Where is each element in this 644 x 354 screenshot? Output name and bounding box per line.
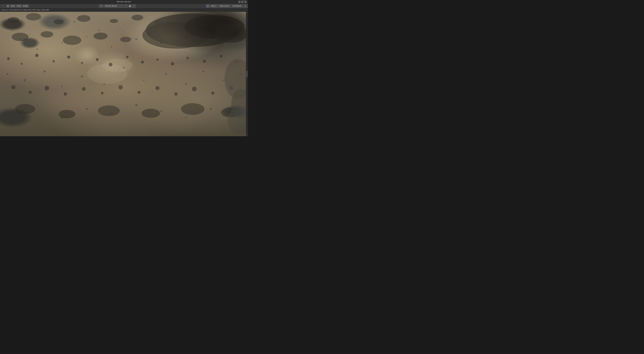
globe-icon: [206, 5, 209, 7]
combined-chevron: ▾: [242, 5, 242, 7]
image-menu-btn[interactable]: Image: [22, 4, 29, 8]
svg-point-3: [214, 24, 248, 43]
slot-selector[interactable]: Slot 1 ▾: [210, 4, 218, 8]
view-menu-btn[interactable]: View: [10, 4, 16, 8]
svg-point-4: [8, 17, 19, 23]
pin-icon: ♡: [125, 5, 127, 7]
render-canvas: ▲ ▼: [0, 12, 248, 136]
world-settings-button[interactable]: [206, 4, 210, 8]
combined-label: Combined: [232, 5, 241, 7]
toolbar-center: 🎬 ▾ Render Result ♡ 💾 ✕: [29, 4, 206, 8]
svg-point-37: [64, 92, 67, 96]
svg-point-30: [186, 57, 189, 59]
scroll-track: [246, 14, 248, 134]
expand-icon: ⇔: [245, 5, 246, 7]
editor-mode-selector[interactable]: ⬡ ▾: [1, 4, 6, 8]
window-title: Blender Render: [117, 1, 131, 3]
render-result-name: Render Result: [104, 4, 124, 8]
close-render-button[interactable]: ✕: [132, 4, 136, 8]
svg-point-48: [59, 110, 76, 118]
svg-point-47: [15, 104, 35, 114]
close-icon: ✕: [133, 5, 135, 7]
maximize-button[interactable]: □: [241, 1, 244, 3]
render-status-text: Frame:1 | Time:00:45.33 | Mem:503.76M, P…: [1, 9, 49, 11]
svg-point-42: [156, 86, 160, 90]
svg-point-21: [52, 60, 55, 62]
svg-point-34: [12, 85, 16, 89]
toolbar-left: ⬡ ▾ ▦ View View Image: [1, 4, 29, 8]
render-type-icon: 🎬: [100, 5, 102, 7]
svg-point-29: [171, 62, 174, 65]
svg-point-43: [174, 92, 178, 96]
svg-point-40: [118, 85, 123, 89]
view-icon: ▦: [7, 5, 9, 7]
minimize-button[interactable]: −: [238, 1, 240, 3]
svg-point-27: [141, 61, 144, 64]
svg-point-35: [29, 91, 32, 94]
scroll-thumb[interactable]: [246, 71, 248, 77]
view-layer-chevron: ▾: [229, 5, 230, 7]
view-icon-btn[interactable]: ▦: [6, 4, 10, 8]
svg-point-23: [81, 62, 83, 64]
header-toolbar: ⬡ ▾ ▦ View View Image 🎬 ▾ Render Result …: [0, 4, 248, 9]
mode-icon: ⬡: [2, 5, 4, 7]
save-icon: 💾: [129, 5, 131, 7]
svg-point-20: [35, 54, 38, 57]
save-render-button[interactable]: 💾: [128, 4, 132, 8]
view-layer-label: View Layer: [220, 5, 229, 7]
svg-point-19: [21, 63, 23, 65]
svg-point-8: [110, 19, 118, 23]
svg-point-28: [156, 59, 158, 61]
slot-label: Slot 1: [211, 5, 216, 7]
render-area: ▲ ▼: [0, 12, 248, 136]
svg-point-45: [211, 92, 214, 95]
svg-point-49: [98, 105, 120, 116]
svg-point-39: [101, 92, 104, 94]
render-result-label: Render Result: [105, 5, 117, 7]
svg-point-25: [109, 63, 112, 66]
toolbar-right: Slot 1 ▾ View Layer ▾ Combined ▾ ⇔: [206, 4, 247, 8]
svg-point-32: [220, 55, 222, 58]
view-layer-selector[interactable]: View Layer ▾: [218, 4, 231, 8]
svg-point-17: [102, 59, 132, 72]
slot-chevron: ▾: [216, 5, 217, 7]
svg-point-36: [44, 86, 49, 90]
view2-menu-label: View: [17, 5, 21, 7]
render-type-chevron: ▾: [102, 5, 102, 7]
svg-point-51: [181, 103, 204, 115]
status-bar: Frame:1 | Time:00:45.33 | Mem:503.76M, P…: [0, 9, 248, 12]
close-button[interactable]: ×: [244, 1, 246, 3]
title-bar: Blender Render − □ ×: [0, 0, 248, 4]
pin-render-button[interactable]: ♡: [124, 4, 128, 8]
mode-chevron: ▾: [4, 5, 4, 7]
svg-point-12: [40, 31, 53, 38]
svg-point-5: [26, 13, 41, 21]
scroll-up-arrow[interactable]: ▲: [246, 12, 247, 14]
svg-point-13: [63, 36, 81, 45]
svg-point-18: [7, 57, 10, 60]
svg-point-41: [138, 91, 140, 94]
combined-pass-selector[interactable]: Combined ▾: [231, 4, 243, 8]
svg-point-15: [120, 37, 131, 42]
svg-point-24: [96, 58, 98, 61]
svg-point-44: [192, 87, 197, 91]
scroll-down-arrow[interactable]: ▼: [246, 134, 247, 136]
vertical-scrollbar[interactable]: ▲ ▼: [246, 12, 248, 136]
window-controls: − □ ×: [238, 1, 246, 3]
svg-point-6: [54, 19, 64, 24]
svg-point-10: [154, 20, 164, 25]
expand-view-button[interactable]: ⇔: [244, 4, 247, 8]
svg-point-22: [67, 56, 70, 59]
svg-point-11: [12, 33, 28, 41]
render-type-selector[interactable]: 🎬 ▾: [99, 4, 103, 8]
svg-point-7: [77, 15, 90, 22]
terrain-svg-overlay: [0, 12, 248, 136]
view-menu-label: View: [11, 5, 15, 7]
svg-point-14: [94, 33, 108, 40]
svg-point-31: [203, 60, 206, 63]
svg-point-26: [126, 56, 128, 58]
svg-point-38: [82, 87, 86, 91]
svg-point-50: [142, 109, 160, 118]
image-menu-label: Image: [23, 5, 28, 7]
view2-menu-btn[interactable]: View: [16, 4, 22, 8]
